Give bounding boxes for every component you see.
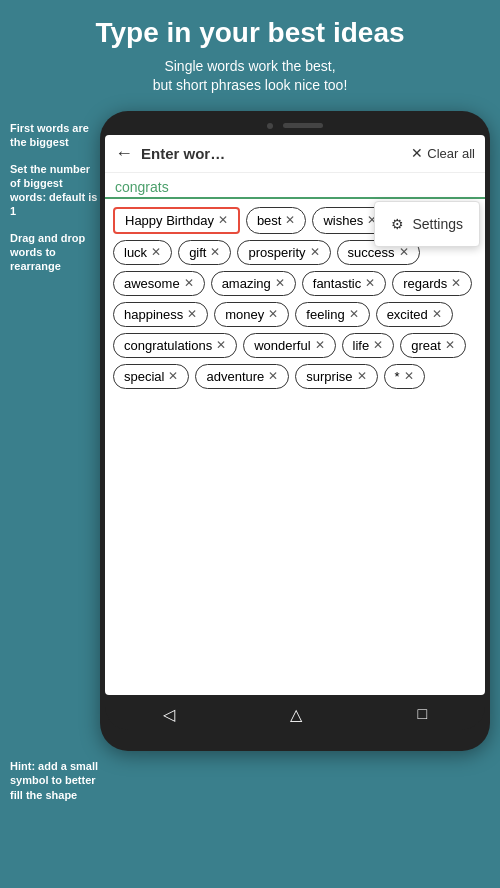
word-label-wonderful: wonderful (254, 338, 310, 353)
first-words-annotation: First words are the biggest (10, 121, 100, 150)
word-label-feeling: feeling (306, 307, 344, 322)
word-chip-excited[interactable]: excited✕ (376, 302, 453, 327)
word-chip-amazing[interactable]: amazing✕ (211, 271, 296, 296)
hint-annotation: Hint: add a small symbol to better fill … (10, 759, 100, 802)
word-label-money: money (225, 307, 264, 322)
word-label-congratulations: congratulations (124, 338, 212, 353)
word-chip-congratulations[interactable]: congratulations✕ (113, 333, 237, 358)
set-number-annotation: Set the number of biggest words: default… (10, 162, 100, 219)
phone-camera (267, 123, 273, 129)
word-label-happy-birthday: Happy Birthday (125, 213, 214, 228)
word-chip-gift[interactable]: gift✕ (178, 240, 231, 265)
word-remove-star[interactable]: ✕ (404, 369, 414, 383)
settings-dropdown: ⚙ Settings (374, 201, 480, 247)
word-label-wishes: wishes (323, 213, 363, 228)
page-title: Type in your best ideas (20, 18, 480, 49)
word-label-prosperity: prosperity (248, 245, 305, 260)
word-label-fantastic: fantastic (313, 276, 361, 291)
phone-screen: ← Enter wor… ✕ Clear all ⚙ Settings (105, 135, 485, 695)
word-remove-happiness[interactable]: ✕ (187, 307, 197, 321)
phone-nav-bar: ◁ △ □ (105, 697, 485, 730)
word-label-adventure: adventure (206, 369, 264, 384)
word-remove-best[interactable]: ✕ (285, 213, 295, 227)
word-remove-great[interactable]: ✕ (445, 338, 455, 352)
word-chip-luck[interactable]: luck✕ (113, 240, 172, 265)
word-remove-excited[interactable]: ✕ (432, 307, 442, 321)
word-chip-feeling[interactable]: feeling✕ (295, 302, 369, 327)
nav-recents-button[interactable]: □ (418, 705, 428, 723)
word-remove-gift[interactable]: ✕ (210, 245, 220, 259)
app-title: Enter wor… (141, 145, 403, 162)
word-remove-wonderful[interactable]: ✕ (315, 338, 325, 352)
word-remove-congratulations[interactable]: ✕ (216, 338, 226, 352)
word-remove-feeling[interactable]: ✕ (349, 307, 359, 321)
drag-drop-annotation: Drag and drop words to rearrange (10, 231, 100, 274)
clear-all-label: Clear all (427, 146, 475, 161)
word-remove-awesome[interactable]: ✕ (184, 276, 194, 290)
settings-menu-item[interactable]: ⚙ Settings (375, 208, 479, 240)
word-chip-great[interactable]: great✕ (400, 333, 466, 358)
word-chip-special[interactable]: special✕ (113, 364, 189, 389)
word-chip-happy-birthday[interactable]: Happy Birthday✕ (113, 207, 240, 234)
word-remove-special[interactable]: ✕ (168, 369, 178, 383)
word-label-gift: gift (189, 245, 206, 260)
word-label-great: great (411, 338, 441, 353)
word-chip-fantastic[interactable]: fantastic✕ (302, 271, 386, 296)
word-remove-money[interactable]: ✕ (268, 307, 278, 321)
word-label-amazing: amazing (222, 276, 271, 291)
word-remove-adventure[interactable]: ✕ (268, 369, 278, 383)
gear-icon: ⚙ (391, 216, 404, 232)
phone-speaker (283, 123, 323, 128)
word-remove-amazing[interactable]: ✕ (275, 276, 285, 290)
word-chip-money[interactable]: money✕ (214, 302, 289, 327)
word-chip-best[interactable]: best✕ (246, 207, 307, 234)
word-label-best: best (257, 213, 282, 228)
word-remove-luck[interactable]: ✕ (151, 245, 161, 259)
word-label-special: special (124, 369, 164, 384)
word-remove-fantastic[interactable]: ✕ (365, 276, 375, 290)
word-chip-life[interactable]: life✕ (342, 333, 395, 358)
word-label-luck: luck (124, 245, 147, 260)
page-subtitle: Single words work the best,but short phr… (20, 57, 480, 96)
word-chip-surprise[interactable]: surprise✕ (295, 364, 377, 389)
word-remove-regards[interactable]: ✕ (451, 276, 461, 290)
word-chip-adventure[interactable]: adventure✕ (195, 364, 289, 389)
word-remove-success[interactable]: ✕ (399, 245, 409, 259)
word-remove-happy-birthday[interactable]: ✕ (218, 213, 228, 227)
word-label-life: life (353, 338, 370, 353)
word-label-excited: excited (387, 307, 428, 322)
word-chip-wonderful[interactable]: wonderful✕ (243, 333, 335, 358)
search-input[interactable] (115, 177, 475, 197)
word-remove-life[interactable]: ✕ (373, 338, 383, 352)
word-chip-star[interactable]: *✕ (384, 364, 425, 389)
word-remove-surprise[interactable]: ✕ (357, 369, 367, 383)
word-chip-awesome[interactable]: awesome✕ (113, 271, 205, 296)
phone-frame: ← Enter wor… ✕ Clear all ⚙ Settings (100, 111, 490, 751)
word-label-regards: regards (403, 276, 447, 291)
word-label-happiness: happiness (124, 307, 183, 322)
word-chip-happiness[interactable]: happiness✕ (113, 302, 208, 327)
word-label-surprise: surprise (306, 369, 352, 384)
word-chip-prosperity[interactable]: prosperity✕ (237, 240, 330, 265)
word-label-success: success (348, 245, 395, 260)
word-remove-prosperity[interactable]: ✕ (310, 245, 320, 259)
word-chip-regards[interactable]: regards✕ (392, 271, 472, 296)
nav-back-button[interactable]: ◁ (163, 705, 175, 724)
clear-x-icon: ✕ (411, 145, 423, 161)
word-label-awesome: awesome (124, 276, 180, 291)
clear-all-button[interactable]: ✕ Clear all (411, 145, 475, 161)
settings-label: Settings (412, 216, 463, 232)
nav-home-button[interactable]: △ (290, 705, 302, 724)
word-label-star: * (395, 369, 400, 384)
back-button[interactable]: ← (115, 143, 133, 164)
